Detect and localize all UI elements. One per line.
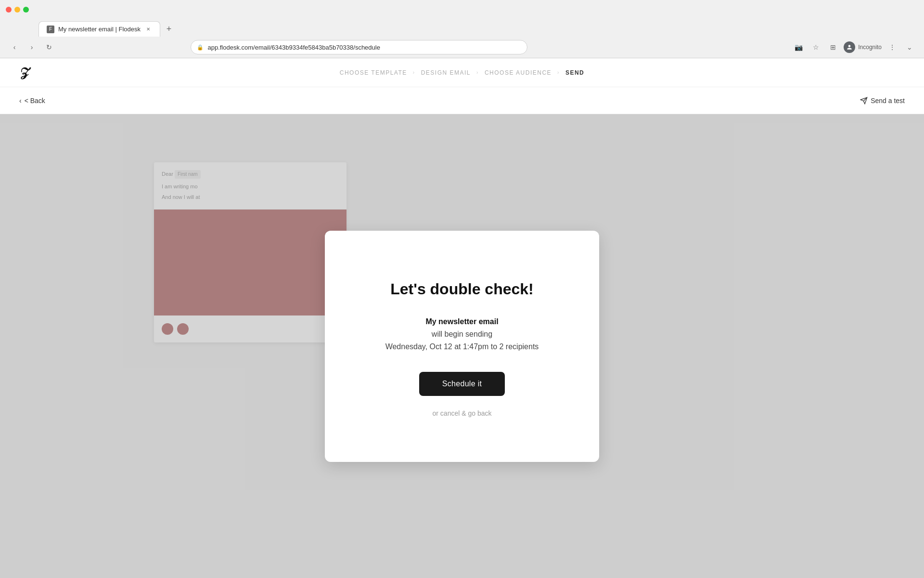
browser-titlebar bbox=[0, 0, 924, 19]
modal-will-begin: will begin sending bbox=[385, 328, 539, 341]
send-test-link[interactable]: Send a test bbox=[860, 97, 905, 105]
step-separator-2: › bbox=[476, 70, 479, 75]
step-design-email[interactable]: DESIGN EMAIL bbox=[421, 69, 471, 76]
cancel-go-back-link[interactable]: or cancel & go back bbox=[433, 409, 492, 417]
send-icon bbox=[860, 97, 868, 105]
incognito-badge: Incognito bbox=[844, 41, 882, 53]
top-nav: 𝒵 CHOOSE TEMPLATE › DESIGN EMAIL › CHOOS… bbox=[0, 58, 924, 87]
back-chevron-icon: ‹ bbox=[19, 97, 22, 105]
tab-bar: F My newsletter email | Flodesk ✕ + bbox=[0, 19, 924, 37]
browser-nav-buttons: ‹ › ↻ bbox=[8, 40, 56, 54]
tab-favicon: F bbox=[47, 26, 54, 33]
forward-button[interactable]: › bbox=[25, 40, 38, 54]
browser-actions: 📷 ☆ ⊞ Incognito ⋮ ⌄ bbox=[792, 40, 916, 54]
camera-off-icon: 📷 bbox=[792, 40, 805, 54]
active-tab[interactable]: F My newsletter email | Flodesk ✕ bbox=[38, 21, 160, 37]
minimize-window-button[interactable] bbox=[14, 7, 20, 13]
double-check-modal: Let's double check! My newsletter email … bbox=[325, 231, 599, 462]
lock-icon: 🔒 bbox=[197, 44, 204, 51]
steps-nav: CHOOSE TEMPLATE › DESIGN EMAIL › CHOOSE … bbox=[340, 69, 585, 76]
modal-overlay: Let's double check! My newsletter email … bbox=[0, 114, 924, 578]
tab-title: My newsletter email | Flodesk bbox=[58, 26, 141, 33]
step-separator-1: › bbox=[413, 70, 415, 75]
step-choose-template[interactable]: CHOOSE TEMPLATE bbox=[340, 69, 407, 76]
main-area: Dear First nam I am writing mo And now I… bbox=[0, 114, 924, 578]
close-window-button[interactable] bbox=[6, 7, 12, 13]
maximize-window-button[interactable] bbox=[23, 7, 29, 13]
step-choose-audience[interactable]: CHOOSE AUDIENCE bbox=[485, 69, 552, 76]
flodesk-logo: 𝒵 bbox=[19, 65, 27, 80]
browser-chrome: F My newsletter email | Flodesk ✕ + ‹ › … bbox=[0, 0, 924, 58]
back-link[interactable]: ‹ < Back bbox=[19, 97, 45, 105]
incognito-label: Incognito bbox=[858, 44, 882, 51]
step-separator-3: › bbox=[557, 70, 560, 75]
incognito-avatar bbox=[844, 41, 855, 53]
back-button[interactable]: ‹ bbox=[8, 40, 21, 54]
dropdown-button[interactable]: ⌄ bbox=[903, 40, 916, 54]
address-text: app.flodesk.com/email/6343b9334fe5843ba5… bbox=[207, 44, 380, 51]
modal-schedule-info: Wednesday, Oct 12 at 1:47pm to 2 recipie… bbox=[385, 341, 539, 353]
address-bar[interactable]: 🔒 app.flodesk.com/email/6343b9334fe5843b… bbox=[191, 40, 527, 54]
reload-button[interactable]: ↻ bbox=[42, 40, 56, 54]
step-send[interactable]: SEND bbox=[565, 69, 584, 76]
browser-addressbar: ‹ › ↻ 🔒 app.flodesk.com/email/6343b9334f… bbox=[0, 37, 924, 58]
grid-icon[interactable]: ⊞ bbox=[826, 40, 840, 54]
new-tab-button[interactable]: + bbox=[162, 22, 176, 36]
modal-title: Let's double check! bbox=[390, 280, 533, 298]
more-options-button[interactable]: ⋮ bbox=[886, 40, 899, 54]
logo-icon: 𝒵 bbox=[19, 65, 27, 79]
sub-nav: ‹ < Back Send a test bbox=[0, 87, 924, 114]
tab-close-button[interactable]: ✕ bbox=[144, 26, 152, 33]
star-icon[interactable]: ☆ bbox=[809, 40, 822, 54]
page-content: 𝒵 CHOOSE TEMPLATE › DESIGN EMAIL › CHOOS… bbox=[0, 58, 924, 578]
traffic-lights bbox=[6, 7, 29, 13]
modal-body: My newsletter email will begin sending W… bbox=[385, 317, 539, 353]
back-label: < Back bbox=[25, 97, 45, 105]
send-test-label: Send a test bbox=[871, 97, 905, 105]
modal-email-name: My newsletter email bbox=[385, 317, 539, 326]
schedule-it-button[interactable]: Schedule it bbox=[419, 372, 505, 396]
